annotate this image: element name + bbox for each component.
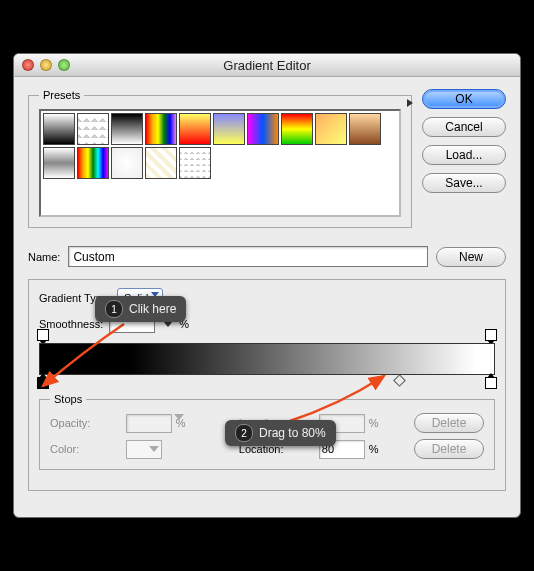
preset-swatch[interactable] (315, 113, 347, 145)
titlebar[interactable]: Gradient Editor (14, 54, 520, 77)
preset-swatch[interactable] (77, 113, 109, 145)
presets-fieldset: Presets (28, 89, 412, 228)
color-stop-black[interactable] (37, 377, 49, 389)
preset-swatch[interactable] (247, 113, 279, 145)
annotation-step1: 1 Clik here (95, 296, 186, 322)
stops-legend: Stops (50, 393, 86, 405)
gradient-bar[interactable] (39, 343, 495, 375)
presets-legend: Presets (39, 89, 84, 101)
percent-label: % (176, 417, 215, 429)
color-stop-white[interactable] (485, 377, 497, 389)
percent-label: % (369, 417, 408, 429)
ok-button[interactable]: OK (422, 89, 506, 109)
opacity-stop[interactable] (485, 329, 497, 341)
smoothness-label: Smoothness: (39, 318, 103, 330)
preset-swatch[interactable] (111, 147, 143, 179)
preset-swatch[interactable] (179, 113, 211, 145)
midpoint-diamond-icon[interactable] (393, 374, 406, 387)
percent-label: % (369, 443, 408, 455)
color-well[interactable] (126, 440, 162, 459)
name-label: Name: (28, 251, 60, 263)
gradient-bar-area[interactable] (39, 343, 495, 375)
color-label: Color: (50, 443, 120, 455)
chevron-down-icon[interactable] (149, 446, 159, 452)
annotation-step2: 2 Drag to 80% (225, 420, 336, 446)
preset-swatch[interactable] (281, 113, 313, 145)
badge-2-icon: 2 (235, 424, 253, 442)
badge-1-icon: 1 (105, 300, 123, 318)
preset-swatch[interactable] (179, 147, 211, 179)
delete-color-stop-button: Delete (414, 439, 484, 459)
preset-swatch[interactable] (349, 113, 381, 145)
gradient-fieldset: Gradient Type: Solid Smoothness: % Stops… (28, 279, 506, 491)
preset-swatch[interactable] (145, 113, 177, 145)
presets-grid[interactable] (39, 109, 401, 217)
opacity-input (126, 414, 172, 433)
cancel-button[interactable]: Cancel (422, 117, 506, 137)
preset-swatch[interactable] (77, 147, 109, 179)
new-button[interactable]: New (436, 247, 506, 267)
opacity-label: Opacity: (50, 417, 120, 429)
save-button[interactable]: Save... (422, 173, 506, 193)
load-button[interactable]: Load... (422, 145, 506, 165)
preset-swatch[interactable] (43, 113, 75, 145)
preset-swatch[interactable] (111, 113, 143, 145)
gradient-editor-window: Gradient Editor Presets (13, 53, 521, 518)
name-input[interactable] (68, 246, 428, 267)
window-title: Gradient Editor (14, 58, 520, 73)
opacity-stop[interactable] (37, 329, 49, 341)
delete-opacity-stop-button: Delete (414, 413, 484, 433)
presets-flyout-icon[interactable] (407, 99, 413, 107)
preset-swatch[interactable] (43, 147, 75, 179)
preset-swatch[interactable] (145, 147, 177, 179)
preset-swatch[interactable] (213, 113, 245, 145)
